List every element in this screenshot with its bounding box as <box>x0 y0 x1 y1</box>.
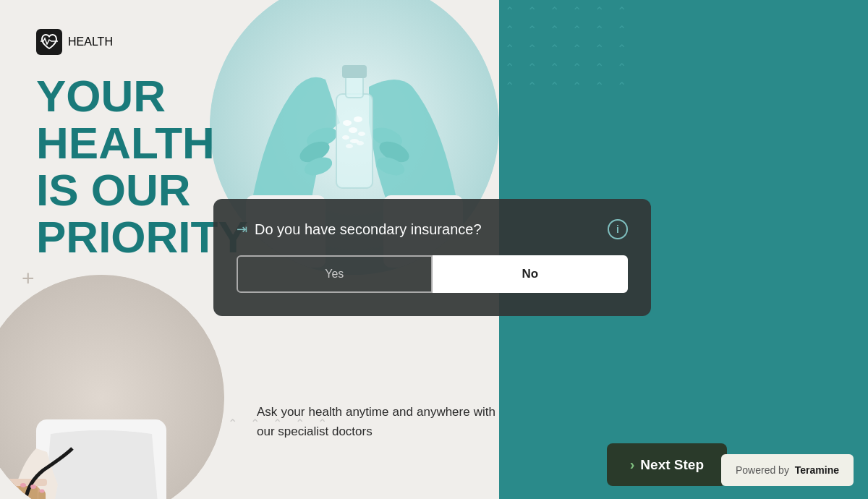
no-button[interactable]: No <box>433 255 629 293</box>
chevron-deco: ⌃ <box>527 25 537 36</box>
plus-decoration: + <box>22 268 35 289</box>
chevron-deco: ⌃ <box>527 43 537 55</box>
chevron-deco: ⌃ <box>505 25 514 36</box>
chevron-deco: ⌃ <box>595 81 604 87</box>
next-step-button[interactable]: › Next Step <box>607 443 727 486</box>
modal-dialog: ⇥ Do you have secondary insurance? i Yes… <box>213 199 651 316</box>
svg-rect-8 <box>346 76 363 98</box>
svg-rect-20 <box>36 29 62 55</box>
powered-by-text: Powered by <box>736 464 789 476</box>
svg-point-12 <box>349 127 357 133</box>
chevron-deco: ⌃ <box>617 6 626 17</box>
svg-point-13 <box>342 135 349 140</box>
svg-point-35 <box>40 490 45 493</box>
chevron-deco: ⌃ <box>572 62 582 74</box>
chevron-deco: ⌃ <box>228 417 237 430</box>
chevron-deco: ⌃ <box>572 6 582 17</box>
powered-by-brand: Teramine <box>795 464 839 476</box>
modal-header: ⇥ Do you have secondary insurance? i <box>237 219 628 239</box>
svg-point-10 <box>343 120 352 126</box>
chevron-deco: ⌃ <box>572 81 582 87</box>
svg-rect-9 <box>342 65 367 78</box>
next-arrow-icon: › <box>630 456 635 473</box>
chevron-deco: ⌃ <box>595 25 604 36</box>
chevron-deco: ⌃ <box>505 62 514 74</box>
chevron-deco: ⌃ <box>527 62 537 74</box>
next-step-label: Next Step <box>640 457 704 473</box>
headline-line2: HEALTH <box>36 119 246 166</box>
chevron-deco: ⌃ <box>505 81 514 87</box>
svg-point-17 <box>357 141 364 145</box>
chevron-deco: ⌃ <box>527 6 537 17</box>
modal-buttons: Yes No <box>237 255 628 293</box>
chevron-deco: ⌃ <box>550 81 559 87</box>
headline-line1: YOUR <box>36 72 246 119</box>
logo-text: HEALTH <box>68 35 113 48</box>
svg-point-11 <box>354 116 362 122</box>
chevron-deco: ⌃ <box>595 62 604 74</box>
chevron-deco: ⌃ <box>572 25 582 36</box>
chevron-deco: ⌃ <box>550 43 559 55</box>
chevrons-top-right: ⌃ ⌃ ⌃ ⌃ ⌃ ⌃ ⌃ ⌃ ⌃ ⌃ ⌃ ⌃ ⌃ ⌃ ⌃ ⌃ ⌃ ⌃ ⌃ ⌃ … <box>499 0 868 87</box>
chevron-deco: ⌃ <box>550 62 559 74</box>
modal-info-button[interactable]: i <box>608 219 628 239</box>
chevron-deco: ⌃ <box>595 6 604 17</box>
svg-point-33 <box>20 483 26 487</box>
bottom-description-text: Ask your health anytime and anywhere wit… <box>257 402 495 441</box>
heart-pulse-icon <box>36 29 62 55</box>
svg-point-14 <box>358 132 365 136</box>
chevron-deco: ⌃ <box>550 25 559 36</box>
chevron-deco: ⌃ <box>617 43 626 55</box>
chevron-deco: ⌃ <box>595 43 604 55</box>
chevron-deco: ⌃ <box>505 43 514 55</box>
yes-button[interactable]: Yes <box>237 255 433 293</box>
chevron-deco: ⌃ <box>505 6 514 17</box>
logo: HEALTH <box>36 29 113 55</box>
chevron-deco: ⌃ <box>617 25 626 36</box>
svg-point-34 <box>30 485 36 489</box>
svg-point-16 <box>346 144 353 148</box>
powered-by-badge: Powered by Teramine <box>721 454 854 486</box>
chevron-deco: ⌃ <box>527 81 537 87</box>
chevron-deco: ⌃ <box>617 62 626 74</box>
modal-question-text: Do you have secondary insurance? <box>255 221 482 238</box>
chevron-deco: ⌃ <box>617 81 626 87</box>
chevron-deco: ⌃ <box>550 6 559 17</box>
chevron-deco: ⌃ <box>572 43 582 55</box>
modal-filter-icon: ⇥ <box>237 221 247 237</box>
